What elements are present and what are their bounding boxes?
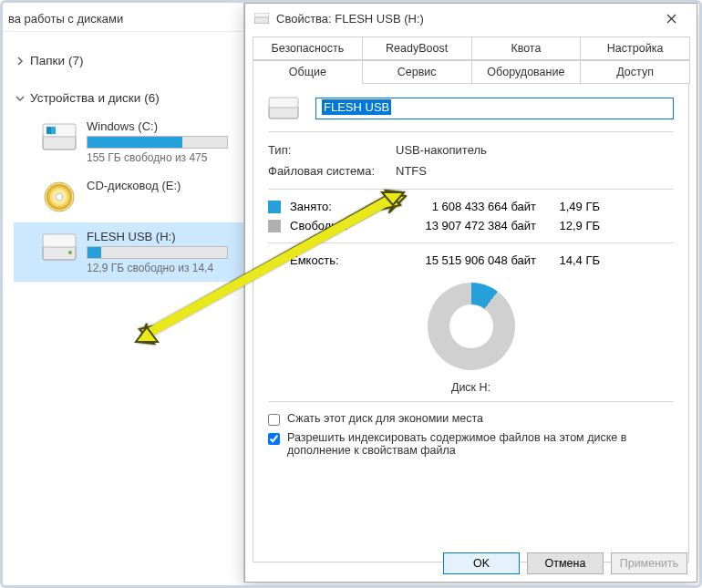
drive-item-cd[interactable]: CD-дисковод (E:) [14, 171, 243, 222]
capacity-bytes: 15 515 906 048 байт [390, 253, 536, 267]
free-label: Свободно: [290, 219, 390, 232]
used-bytes: 1 608 433 664 байт [390, 200, 536, 213]
tab-customize[interactable]: Настройка [580, 36, 690, 60]
tab-panel-general: FLESH USB Тип:USB-накопитель Файловая си… [253, 83, 689, 562]
used-label: Занято: [290, 200, 390, 213]
usage-pie-chart [428, 283, 515, 370]
chevron-down-icon [14, 92, 26, 105]
hdd-icon [41, 230, 77, 266]
drive-free-text: 12,9 ГБ свободно из 14,4 [87, 262, 238, 274]
svg-rect-3 [46, 127, 51, 134]
hdd-icon [41, 119, 77, 156]
svg-point-9 [68, 251, 72, 254]
properties-dialog: Свойства: FLESH USB (H:) Безопасность Re… [244, 3, 697, 583]
tree-label: Папки [30, 54, 65, 67]
capacity-gb: 14,4 ГБ [536, 253, 600, 267]
compress-checkbox[interactable] [268, 414, 280, 426]
index-checkbox[interactable] [268, 433, 280, 445]
index-checkbox-row[interactable]: Разрешить индексировать содержимое файло… [268, 428, 674, 459]
drive-item-flesh-usb[interactable]: FLESH USB (H:) 12,9 ГБ свободно из 14,4 [14, 222, 243, 282]
drive-name: Windows (C:) [87, 119, 238, 133]
type-label: Тип: [268, 143, 396, 157]
drive-usage-bar [87, 136, 228, 149]
tab-sharing[interactable]: Доступ [580, 60, 690, 84]
drive-free-text: 155 ГБ свободно из 475 [87, 151, 238, 164]
tab-tools[interactable]: Сервис [362, 60, 472, 84]
tree-devices[interactable]: Устройства и диски (6) [14, 86, 243, 110]
drive-item-windows[interactable]: Windows (C:) 155 ГБ свободно из 475 [14, 112, 243, 171]
tab-security[interactable]: Безопасность [253, 36, 363, 60]
ok-button[interactable]: OK [443, 552, 520, 574]
tree-count: (6) [144, 91, 160, 105]
close-button[interactable] [653, 5, 689, 31]
pie-label: Диск H: [268, 381, 674, 394]
tree-label: Устройства и диски [30, 91, 140, 105]
type-value: USB-накопитель [396, 143, 674, 157]
svg-rect-11 [254, 13, 269, 17]
tab-hardware[interactable]: Оборудование [471, 60, 582, 84]
filesystem-label: Файловая система: [268, 164, 396, 178]
svg-point-6 [56, 193, 63, 201]
dialog-buttons: OK Отмена Применить [443, 552, 687, 574]
svg-rect-8 [43, 234, 76, 247]
explorer-header: ва работы с дисками [3, 3, 243, 32]
apply-button[interactable]: Применить [611, 552, 687, 574]
tree-folders[interactable]: Папки (7) [14, 48, 243, 73]
index-label: Разрешить индексировать содержимое файло… [287, 431, 674, 457]
tab-quota[interactable]: Квота [471, 36, 582, 60]
filesystem-value: NTFS [396, 164, 674, 178]
dialog-title: Свойства: FLESH USB (H:) [276, 12, 653, 26]
titlebar: Свойства: FLESH USB (H:) [245, 4, 697, 33]
drive-usage-bar [87, 246, 228, 259]
compress-label: Сжать этот диск для экономии места [287, 412, 483, 425]
svg-rect-13 [269, 98, 298, 108]
cancel-button[interactable]: Отмена [527, 552, 604, 574]
cd-icon [41, 179, 77, 215]
capacity-label: Емкость: [290, 253, 390, 267]
tab-strip: Безопасность ReadyBoost Квота Настройка … [245, 33, 697, 84]
drive-name-input[interactable]: FLESH USB [315, 98, 674, 119]
free-gb: 12,9 ГБ [536, 219, 600, 232]
free-swatch [268, 220, 281, 232]
used-gb: 1,49 ГБ [536, 200, 600, 213]
drive-icon [268, 97, 299, 120]
drives-list: Windows (C:) 155 ГБ свободно из 475 CD-д… [14, 112, 243, 282]
tab-readyboost[interactable]: ReadyBoost [362, 36, 472, 60]
tree-count: (7) [68, 54, 84, 67]
free-bytes: 13 907 472 384 байт [390, 219, 536, 232]
chevron-right-icon [14, 55, 26, 67]
compress-checkbox-row[interactable]: Сжать этот диск для экономии места [268, 409, 674, 428]
drive-name: CD-дисковод (E:) [87, 179, 238, 192]
explorer-pane: ва работы с дисками Папки (7) Устройства… [3, 3, 244, 583]
tab-general[interactable]: Общие [253, 60, 363, 84]
drive-icon [254, 13, 269, 24]
used-swatch [268, 201, 281, 213]
drive-name: FLESH USB (H:) [87, 230, 238, 243]
